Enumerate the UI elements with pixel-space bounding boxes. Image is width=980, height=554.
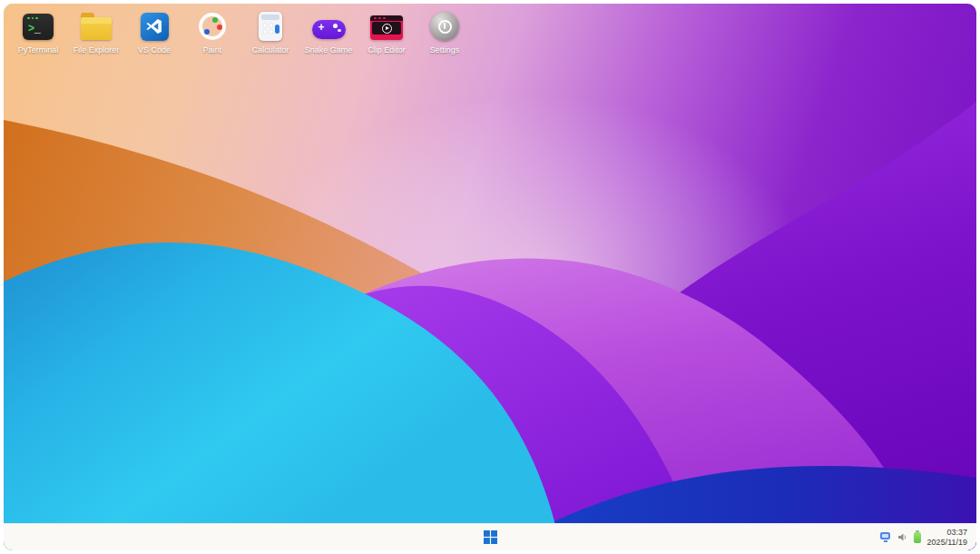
system-tray: 03:37 2025/11/19 xyxy=(880,524,967,550)
icon-label: Settings xyxy=(430,45,460,54)
taskbar-clock[interactable]: 03:37 2025/11/19 xyxy=(927,528,967,548)
clock-date: 2025/11/19 xyxy=(927,538,967,548)
icon-label: Snake Game xyxy=(305,45,353,54)
vscode-icon xyxy=(141,13,169,41)
paint-palette-icon xyxy=(199,13,226,40)
desktop-icon-paint[interactable]: Paint xyxy=(183,11,241,54)
desktop-icon-calculator[interactable]: Calculator xyxy=(241,11,299,54)
desktop-window: >_ PyTerminal File Explorer VS Code xyxy=(0,0,980,554)
icon-label: Calculator xyxy=(252,45,289,54)
icon-label: Paint xyxy=(203,45,222,54)
desktop-icon-vscode[interactable]: VS Code xyxy=(125,11,183,54)
network-display-icon[interactable] xyxy=(880,532,891,542)
desktop-icon-snake-game[interactable]: + Snake Game xyxy=(299,11,358,54)
windows-start-icon xyxy=(484,530,497,544)
video-clip-icon xyxy=(370,15,403,40)
icon-label: VS Code xyxy=(138,45,171,54)
gamepad-icon: + xyxy=(312,20,346,39)
icon-label: Clip Editor xyxy=(368,45,406,54)
settings-dial-icon xyxy=(430,12,459,41)
battery-icon[interactable] xyxy=(914,532,921,543)
terminal-icon: >_ xyxy=(23,14,54,40)
desktop-icon-pyterminal[interactable]: >_ PyTerminal xyxy=(9,11,67,54)
icon-label: PyTerminal xyxy=(18,45,59,54)
desktop-icon-grid: >_ PyTerminal File Explorer VS Code xyxy=(9,11,474,54)
volume-icon[interactable] xyxy=(897,532,907,542)
icon-label: File Explorer xyxy=(74,45,120,54)
desktop-icon-file-explorer[interactable]: File Explorer xyxy=(67,11,125,54)
start-button[interactable] xyxy=(475,527,505,549)
calculator-icon xyxy=(259,12,282,41)
folder-icon xyxy=(81,17,112,40)
taskbar: 03:37 2025/11/19 xyxy=(4,523,976,550)
desktop-icon-settings[interactable]: Settings xyxy=(416,11,474,54)
desktop-wallpaper xyxy=(4,4,976,550)
clock-time: 03:37 xyxy=(927,528,967,538)
desktop-icon-clip-editor[interactable]: Clip Editor xyxy=(358,11,416,54)
desktop-screen: >_ PyTerminal File Explorer VS Code xyxy=(4,4,976,550)
